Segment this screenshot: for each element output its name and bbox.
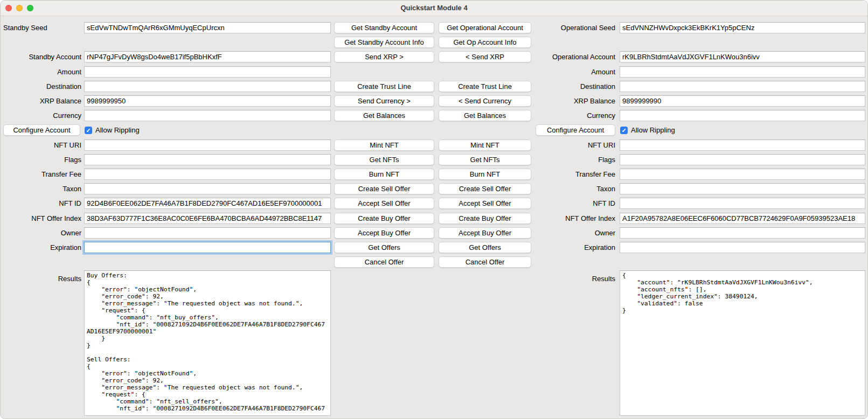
standby-amount-input[interactable] xyxy=(84,66,331,78)
create-buy-offer-standby-button[interactable]: Create Buy Offer xyxy=(334,213,434,224)
standby-expiration-label: Expiration xyxy=(1,243,84,252)
send-xrp-left-button[interactable]: < Send XRP xyxy=(439,51,531,62)
operational-owner-label: Owner xyxy=(531,229,620,237)
standby-nft-offer-index-label: NFT Offer Index xyxy=(1,214,84,222)
cancel-offer-standby-button[interactable]: Cancel Offer xyxy=(334,256,434,268)
burn-nft-standby-button[interactable]: Burn NFT xyxy=(334,169,434,180)
cancel-offer-operational-button[interactable]: Cancel Offer xyxy=(439,256,531,268)
get-op-account-info-button[interactable]: Get Op Account Info xyxy=(439,37,531,48)
get-nfts-operational-button[interactable]: Get NFTs xyxy=(439,154,531,165)
standby-flags-label: Flags xyxy=(1,156,84,164)
standby-account-label: Standby Account xyxy=(1,53,84,61)
standby-nft-uri-input[interactable] xyxy=(84,139,331,151)
standby-transfer-fee-input[interactable] xyxy=(84,169,331,180)
get-operational-account-button[interactable]: Get Operational Account xyxy=(439,22,531,33)
standby-results-textarea[interactable]: Buy Offers: { "error": "objectNotFound",… xyxy=(84,270,331,416)
allow-rippling-operational: ✓ Allow Rippling xyxy=(620,126,675,134)
standby-seed-input[interactable]: sEdVwTNDwTmQArR6xGMmUyqECpUrcxn xyxy=(84,22,331,33)
standby-taxon-label: Taxon xyxy=(1,185,84,193)
standby-currency-input[interactable] xyxy=(84,110,331,121)
standby-owner-label: Owner xyxy=(1,229,84,237)
check-icon: ✓ xyxy=(621,127,626,134)
standby-results-label: Results xyxy=(1,269,84,283)
main-grid: Standby Seed sEdVwTNDwTmQArR6xGMmUyqECpU… xyxy=(1,16,868,419)
allow-rippling-operational-label: Allow Rippling xyxy=(631,126,675,134)
operational-destination-label: Destination xyxy=(531,82,620,90)
operational-taxon-label: Taxon xyxy=(531,185,620,193)
standby-nft-id-label: NFT ID xyxy=(1,199,84,207)
operational-seed-input[interactable]: sEdVNNZHWvDxpck3EkBKrK1Yp5pCENz xyxy=(620,22,865,33)
standby-nft-uri-label: NFT URI xyxy=(1,141,84,149)
standby-seed-label: Standby Seed xyxy=(1,24,84,32)
accept-sell-offer-operational-button[interactable]: Accept Sell Offer xyxy=(439,198,531,209)
standby-destination-input[interactable] xyxy=(84,81,331,92)
standby-flags-input[interactable] xyxy=(84,154,331,165)
standby-account-input[interactable]: rNP47gJFvDyW8gsDo4weB17if5pBbHKxfF xyxy=(84,51,331,62)
accept-sell-offer-standby-button[interactable]: Accept Sell Offer xyxy=(334,198,434,209)
create-trust-line-operational-button[interactable]: Create Trust Line xyxy=(439,81,531,92)
app-window: Quickstart Module 4 Standby Seed sEdVwTN… xyxy=(0,0,868,419)
operational-results-textarea[interactable]: { "account": "rK9LBRhStdmtAaVdJXGVF1LnKW… xyxy=(620,270,865,416)
allow-rippling-standby: ✓ Allow Rippling xyxy=(84,126,140,134)
operational-flags-input[interactable] xyxy=(620,154,865,165)
allow-rippling-operational-checkbox[interactable]: ✓ xyxy=(620,127,628,134)
operational-nft-offer-index-input[interactable]: A1F20A95782A8E06EEC6F6060CD77BCB7724629F… xyxy=(620,213,865,224)
configure-account-standby-button[interactable]: Configure Account xyxy=(3,124,80,136)
operational-xrp-balance-input[interactable]: 9899999990 xyxy=(620,95,865,107)
accept-buy-offer-operational-button[interactable]: Accept Buy Offer xyxy=(439,227,531,239)
standby-owner-input[interactable] xyxy=(84,227,331,239)
standby-amount-label: Amount xyxy=(1,68,84,76)
get-offers-operational-button[interactable]: Get Offers xyxy=(439,242,531,253)
standby-expiration-input[interactable] xyxy=(84,242,331,253)
operational-nft-id-label: NFT ID xyxy=(531,199,620,207)
standby-nft-offer-index-input[interactable]: 38D3AF63D777F1C36E8AC0C0E6FE6BA470BCBA6A… xyxy=(84,213,331,224)
get-balances-standby-button[interactable]: Get Balances xyxy=(334,110,434,121)
burn-nft-operational-button[interactable]: Burn NFT xyxy=(439,169,531,180)
operational-nft-id-input[interactable] xyxy=(620,198,865,209)
window-title: Quickstart Module 4 xyxy=(1,1,867,16)
operational-amount-label: Amount xyxy=(531,68,620,76)
operational-xrp-balance-label: XRP Balance xyxy=(531,97,620,105)
operational-taxon-input[interactable] xyxy=(620,183,865,194)
allow-rippling-standby-checkbox[interactable]: ✓ xyxy=(85,127,92,134)
operational-seed-label: Operational Seed xyxy=(531,24,620,32)
operational-expiration-label: Expiration xyxy=(531,243,620,252)
operational-transfer-fee-label: Transfer Fee xyxy=(531,170,620,178)
standby-xrp-balance-label: XRP Balance xyxy=(1,97,84,105)
send-currency-right-button[interactable]: Send Currency > xyxy=(334,95,434,107)
mint-nft-standby-button[interactable]: Mint NFT xyxy=(334,139,434,151)
get-balances-operational-button[interactable]: Get Balances xyxy=(439,110,531,121)
operational-destination-input[interactable] xyxy=(620,81,865,92)
standby-nft-id-input[interactable]: 92D4B6F0EE062DE7FA46A7B1F8DED2790FC467AD… xyxy=(84,198,331,209)
operational-account-input[interactable]: rK9LBRhStdmtAaVdJXGVF1LnKWou3n6ivv xyxy=(620,51,865,62)
create-sell-offer-standby-button[interactable]: Create Sell Offer xyxy=(334,183,434,194)
get-nfts-standby-button[interactable]: Get NFTs xyxy=(334,154,434,165)
mint-nft-operational-button[interactable]: Mint NFT xyxy=(439,139,531,151)
standby-destination-label: Destination xyxy=(1,82,84,90)
accept-buy-offer-standby-button[interactable]: Accept Buy Offer xyxy=(334,227,434,239)
operational-nft-offer-index-label: NFT Offer Index xyxy=(531,214,620,222)
configure-account-operational-button[interactable]: Configure Account xyxy=(536,124,615,136)
send-xrp-right-button[interactable]: Send XRP > xyxy=(334,51,434,62)
standby-xrp-balance-input[interactable]: 9989999950 xyxy=(84,95,331,107)
operational-nft-uri-input[interactable] xyxy=(620,139,865,151)
create-sell-offer-operational-button[interactable]: Create Sell Offer xyxy=(439,183,531,194)
operational-nft-uri-label: NFT URI xyxy=(531,141,620,149)
create-trust-line-standby-button[interactable]: Create Trust Line xyxy=(334,81,434,92)
operational-transfer-fee-input[interactable] xyxy=(620,169,865,180)
standby-taxon-input[interactable] xyxy=(84,183,331,194)
send-currency-left-button[interactable]: < Send Currency xyxy=(439,95,531,107)
operational-expiration-input[interactable] xyxy=(620,242,865,253)
get-standby-account-info-button[interactable]: Get Standby Account Info xyxy=(334,37,434,48)
standby-transfer-fee-label: Transfer Fee xyxy=(1,170,84,178)
operational-currency-input[interactable] xyxy=(620,110,865,121)
operational-amount-input[interactable] xyxy=(620,66,865,78)
get-standby-account-button[interactable]: Get Standby Account xyxy=(334,22,434,33)
operational-results-label: Results xyxy=(531,269,620,283)
allow-rippling-standby-label: Allow Rippling xyxy=(95,126,140,134)
operational-owner-input[interactable] xyxy=(620,227,865,239)
title-bar: Quickstart Module 4 xyxy=(1,1,867,16)
create-buy-offer-operational-button[interactable]: Create Buy Offer xyxy=(439,213,531,224)
operational-account-label: Operational Account xyxy=(531,53,620,61)
get-offers-standby-button[interactable]: Get Offers xyxy=(334,242,434,253)
